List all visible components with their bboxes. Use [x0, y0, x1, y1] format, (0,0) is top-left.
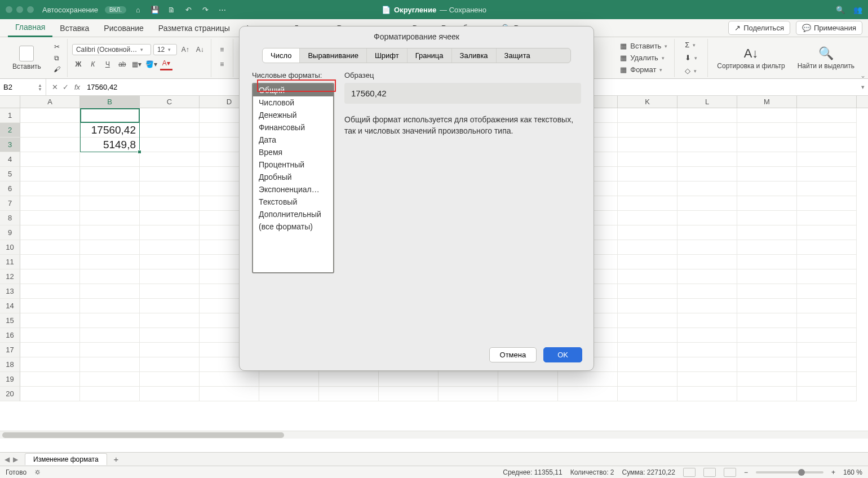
cell[interactable]: [140, 328, 200, 343]
fill-color-button[interactable]: 🪣▾: [145, 58, 158, 70]
fx-label[interactable]: fx: [74, 83, 85, 91]
tab-insert[interactable]: Вставка: [52, 19, 96, 37]
cell[interactable]: [737, 152, 797, 167]
dialog-tab-fill[interactable]: Заливка: [452, 48, 497, 63]
fill-handle[interactable]: [138, 150, 141, 154]
decrease-font-icon[interactable]: A↓: [194, 43, 206, 56]
tab-home[interactable]: Главная: [8, 19, 52, 37]
cell[interactable]: [80, 196, 140, 211]
tab-layout[interactable]: Разметка страницы: [151, 19, 237, 37]
cell[interactable]: [80, 357, 140, 372]
cell[interactable]: [797, 196, 857, 211]
cell[interactable]: [140, 138, 200, 152]
category-item[interactable]: Финансовый: [253, 121, 333, 134]
category-item[interactable]: Текстовый: [253, 196, 333, 208]
cell[interactable]: [80, 182, 140, 196]
cell[interactable]: [140, 240, 200, 255]
cell[interactable]: [140, 269, 200, 284]
cell[interactable]: [618, 299, 677, 313]
cell[interactable]: [80, 328, 140, 343]
cell[interactable]: [677, 138, 737, 152]
collapse-ribbon-icon[interactable]: ⌄: [860, 72, 866, 79]
cell[interactable]: [80, 299, 140, 313]
cell[interactable]: [618, 357, 677, 372]
cell[interactable]: [737, 343, 797, 357]
category-item[interactable]: Дата: [253, 134, 333, 146]
cell[interactable]: [797, 343, 857, 357]
row-header[interactable]: 8: [0, 211, 20, 225]
cell[interactable]: [20, 196, 80, 211]
cancel-button[interactable]: Отмена: [489, 347, 537, 362]
cell[interactable]: [677, 372, 737, 387]
cell[interactable]: [80, 240, 140, 255]
cell[interactable]: [140, 284, 200, 299]
cell[interactable]: [677, 182, 737, 196]
category-item[interactable]: Дополнительный: [253, 208, 333, 220]
cell[interactable]: [618, 167, 677, 182]
cell[interactable]: [677, 343, 737, 357]
close-icon[interactable]: [6, 6, 12, 13]
cell[interactable]: [797, 255, 857, 269]
cell[interactable]: [140, 357, 200, 372]
cell[interactable]: [737, 357, 797, 372]
cell[interactable]: [618, 123, 677, 138]
tab-draw[interactable]: Рисование: [96, 19, 151, 37]
cell[interactable]: [140, 152, 200, 167]
cell[interactable]: [200, 372, 259, 387]
cell[interactable]: [797, 211, 857, 225]
cell[interactable]: [618, 269, 677, 284]
cell[interactable]: [140, 255, 200, 269]
search-icon[interactable]: 🔍: [836, 6, 845, 14]
add-sheet-button[interactable]: +: [107, 454, 126, 464]
clear-button[interactable]: ◇ ▾: [683, 65, 699, 76]
cell[interactable]: [797, 387, 857, 401]
row-header[interactable]: 5: [0, 167, 20, 182]
cell[interactable]: [618, 211, 677, 225]
cell[interactable]: [20, 387, 80, 401]
cell[interactable]: [677, 269, 737, 284]
cell[interactable]: [20, 284, 80, 299]
cell[interactable]: [677, 123, 737, 138]
cell[interactable]: [737, 108, 797, 123]
cell[interactable]: [140, 196, 200, 211]
cell[interactable]: [140, 182, 200, 196]
undo-icon[interactable]: ↶: [184, 5, 194, 15]
col-header-C[interactable]: C: [140, 96, 200, 108]
category-item[interactable]: Денежный: [253, 109, 333, 121]
zoom-slider[interactable]: [756, 471, 823, 473]
cell[interactable]: [618, 372, 677, 387]
cell[interactable]: [140, 211, 200, 225]
view-normal-icon[interactable]: [683, 468, 696, 477]
cell[interactable]: [797, 108, 857, 123]
zoom-out-icon[interactable]: −: [744, 468, 748, 476]
cell[interactable]: [737, 123, 797, 138]
cell[interactable]: [797, 357, 857, 372]
zoom-level[interactable]: 160 %: [843, 468, 862, 476]
row-header[interactable]: 1: [0, 108, 20, 123]
cell[interactable]: [20, 372, 80, 387]
cell[interactable]: [20, 255, 80, 269]
insert-cells-button[interactable]: ▦ Вставить ▾: [618, 41, 670, 51]
zoom-in-icon[interactable]: +: [831, 468, 835, 476]
row-header[interactable]: 14: [0, 299, 20, 313]
cell[interactable]: [618, 138, 677, 152]
cell[interactable]: [677, 357, 737, 372]
accessibility-icon[interactable]: ⛭: [34, 468, 41, 476]
cell[interactable]: [80, 387, 140, 401]
cell[interactable]: [140, 123, 200, 138]
autosum-button[interactable]: Σ ▾: [683, 39, 699, 50]
cell[interactable]: [618, 343, 677, 357]
row-header[interactable]: 20: [0, 387, 20, 401]
row-header[interactable]: 17: [0, 343, 20, 357]
cell[interactable]: [737, 211, 797, 225]
view-layout-icon[interactable]: [703, 468, 716, 477]
cell[interactable]: [20, 269, 80, 284]
row-header[interactable]: 2: [0, 123, 20, 138]
category-item[interactable]: Дробный: [253, 171, 333, 183]
prev-sheet-icon[interactable]: ◀: [5, 455, 10, 463]
row-header[interactable]: 19: [0, 372, 20, 387]
row-header[interactable]: 3: [0, 138, 20, 152]
cell[interactable]: [737, 138, 797, 152]
font-size-select[interactable]: 12▾: [153, 44, 177, 55]
horizontal-scrollbar[interactable]: [0, 431, 868, 439]
